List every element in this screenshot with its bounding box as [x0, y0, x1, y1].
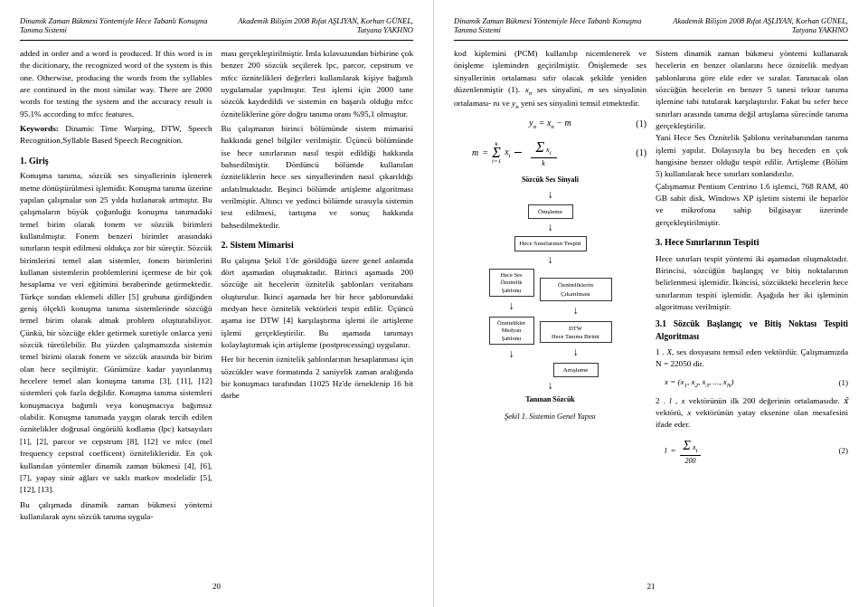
para-masi: ması gerçekleştirilmiştir. İmla kılavuzu… [222, 48, 414, 120]
para-hece-sinir: Hece sınırları tespit yöntemi iki aşamad… [656, 253, 848, 314]
system-diagram: Sözcük Ses Sinyali ↓ Önışleme ↓ Hece Sın… [454, 175, 646, 405]
right-header-rule [454, 40, 848, 41]
eq2-content: m = k Σ i=1 xi [472, 141, 522, 166]
section-giris: 1. Giriş [20, 155, 212, 168]
left-col1: added in order and a word is produced. I… [20, 48, 212, 574]
eq-x-number: (1) [839, 377, 849, 389]
right-page-number: 21 [454, 574, 848, 591]
diag-arrow-1: ↓ [548, 187, 553, 203]
para-bu-calismada: Bu çalışmada dinamik zaman bükmesi yönte… [20, 499, 212, 524]
right-body-top: kod kiplemini (PCM) kullanılıp nicemlene… [454, 48, 848, 471]
diag-bottom-label: Tanınan Sözcük [525, 394, 575, 405]
para-her-bir: Her bir hecenin öznitelik şablonlarının … [222, 354, 414, 402]
diag-arrow-6: ↓ [573, 345, 579, 360]
eq-l-number: (2) [839, 445, 849, 457]
right-col-right: Sistem dinamik zaman bükmesi yöntemi kul… [656, 48, 848, 471]
diag-box-onisleme: Önışleme [528, 204, 573, 219]
diag-box-hece-sinir: Hece Sınırlarının Tespiti [514, 236, 587, 251]
left-header-journal: Akademik Bilişim 2008 Rıfat AŞLIYAN, Kor… [218, 16, 413, 34]
diag-arrow-4a: ↓ [509, 299, 514, 314]
section-sistem: 2. Sistem Mimarisi [222, 239, 414, 252]
eq1-content: yn = xn − m [529, 117, 571, 131]
right-header-journal: Akademik Bilişim 2008 Rıfat AŞLIYAN, Kor… [652, 16, 848, 34]
para-bu-calismanin: Bu çalışmanın birinci bölümünde sistem m… [222, 123, 414, 232]
diag-box-artisleme: Artışleme [553, 363, 599, 377]
diag-arrow-2: ↓ [548, 220, 553, 235]
para-calisma-pc: Çalışmamız Pentium Centrino 1.6 işlemci,… [656, 181, 848, 229]
diag-box-medyan: ÖzniteliklerMedyanŞablonu [489, 317, 534, 345]
page-right: Dinamik Zaman Bükmesi Yöntemiyle Hece Ta… [434, 0, 868, 607]
left-page-header: Dinamik Zaman Bükmesi Yöntemiyle Hece Ta… [20, 16, 413, 34]
equation-1: yn = xn − m (1) [454, 117, 646, 131]
page-container: Dinamik Zaman Bükmesi Yöntemiyle Hece Ta… [0, 0, 868, 607]
eq2-number: (1) [636, 147, 646, 160]
eq1-number: (1) [636, 118, 646, 131]
diag-arrow-5: ↓ [573, 303, 579, 318]
para-yani: Yani Hece Ses Öznitelik Şablonu veritaba… [656, 132, 848, 180]
page-left: Dinamik Zaman Bükmesi Yöntemiyle Hece Ta… [0, 0, 434, 607]
para-sistem: Bu çalışma Şekil 1'de görüldüğü üzere ge… [222, 255, 414, 352]
eq-x-content: x = (x1, x2, x3, ..., xN) [665, 376, 733, 390]
left-page-number: 20 [20, 574, 413, 591]
para-x-vektor: 1 . X, ses dosyasını temsil eden vektörd… [656, 346, 848, 371]
right-header-title: Dinamik Zaman Bükmesi Yöntemiyle Hece Ta… [454, 16, 652, 34]
keywords-line: Keywords: Dinamic Time Warping, DTW, Spe… [20, 123, 212, 147]
right-page-header: Dinamik Zaman Bükmesi Yöntemiyle Hece Ta… [454, 16, 848, 34]
para-sistem-dtw: Sistem dinamik zaman bükmesi yöntemi kul… [656, 48, 848, 132]
section-hece-sinir: 3. Hece Sınırlarının Tespiti [656, 236, 848, 250]
diag-box-oznitelik: ÖzniteliklerinÇıkarılması [540, 278, 612, 301]
para-l-vektor: 2 . l , x vektörünün ilk 200 değerinin o… [656, 395, 848, 432]
left-body: added in order and a word is produced. I… [20, 48, 413, 574]
diag-top-label: Sözcük Ses Sinyali [454, 175, 646, 185]
diag-arrow-4b: ↓ [509, 346, 514, 362]
right-col-left: kod kiplemini (PCM) kullanılıp nicemlene… [454, 48, 646, 471]
equation-x-vec: x = (x1, x2, x3, ..., xN) (1) [656, 376, 848, 390]
subsection-sozciuk-baslangic: 3.1 Sözcük Başlangıç ve Bitiş Noktası Te… [656, 318, 848, 344]
diag-arrow-7: ↓ [548, 378, 553, 394]
left-header-title: Dinamik Zaman Bükmesi Yöntemiyle Hece Ta… [20, 16, 218, 34]
equation-l: l = Σ xi 200 (2) [656, 437, 848, 467]
left-col2: ması gerçekleştirilmiştir. İmla kılavuzu… [222, 48, 414, 574]
para-kod: kod kiplemini (PCM) kullanılıp nicemlene… [454, 48, 646, 111]
diag-box-hece-ses: Hece SesÖznitelikŞablonu [489, 269, 534, 297]
giris-text: Konuşma tanıma, sözcük ses sinyallerinin… [20, 170, 212, 496]
equation-2: m = k Σ i=1 xi Σ xi [454, 137, 646, 169]
diag-arrow-3: ↓ [548, 252, 553, 268]
para-added: added in order and a word is produced. I… [20, 48, 212, 120]
diag-box-dtw: DTWHece Tanıma Birimi [540, 321, 612, 344]
header-rule [20, 40, 413, 41]
eq-l-content: l = Σ xi 200 [665, 437, 701, 467]
figure-caption: Şekil 1. Sistemin Genel Yapısı [454, 411, 646, 422]
